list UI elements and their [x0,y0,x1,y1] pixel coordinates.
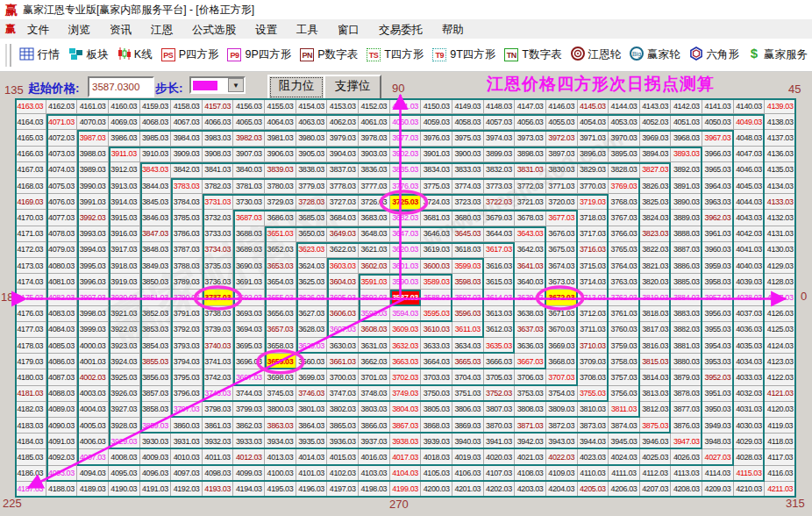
grid-cell[interactable]: 3849.03 [140,258,172,274]
grid-cell[interactable]: 3903.03 [359,147,390,162]
grid-cell[interactable]: 4186.03 [15,466,46,482]
grid-cell[interactable]: 3604.03 [327,274,359,290]
grid-cell[interactable]: 3982.03 [233,130,265,146]
grid-cell[interactable]: 4053.03 [609,114,640,130]
grid-cell[interactable]: 4116.03 [765,466,796,482]
grid-cell[interactable]: 3702.03 [390,369,422,385]
start-price-input[interactable] [88,76,154,97]
grid-cell[interactable]: 4120.03 [765,402,796,418]
grid-cell[interactable]: 3745.03 [265,386,296,402]
grid-cell[interactable]: 4008.03 [109,449,140,465]
grid-cell[interactable]: 3976.03 [421,130,452,146]
grid-cell[interactable]: 3983.03 [203,130,234,146]
grid-cell[interactable]: 3949.03 [702,418,734,434]
grid-cell[interactable]: 3615.03 [484,274,516,290]
grid-cell[interactable]: 3732.03 [203,210,234,226]
grid-cell[interactable]: 3818.03 [640,306,672,322]
grid-cell[interactable]: 4189.03 [77,482,109,498]
grid-cell[interactable]: 3997.03 [77,290,109,305]
grid-cell[interactable]: 3607.03 [327,322,359,338]
grid-cell[interactable]: 3671.03 [546,306,578,322]
grid-cell[interactable]: 4017.03 [390,449,422,465]
grid-cell[interactable]: 4110.03 [578,466,609,482]
grid-cell[interactable]: 3912.03 [109,162,140,178]
grid-cell[interactable]: 4185.03 [15,449,46,465]
grid-cell[interactable]: 3860.03 [171,418,203,434]
grid-cell[interactable]: 3935.03 [296,434,328,449]
grid-cell[interactable]: 4135.03 [765,162,796,178]
grid-cell[interactable]: 4076.03 [46,194,78,210]
grid-cell[interactable]: 3613.03 [484,306,516,322]
grid-cell[interactable]: 3827.03 [640,162,672,178]
grid-cell[interactable]: 3647.03 [390,226,422,242]
grid-cell[interactable]: 4167.03 [15,162,46,178]
grid-cell[interactable]: 4187.03 [15,482,46,498]
grid-cell[interactable]: 3616.03 [484,258,516,274]
grid-cell[interactable]: 4032.03 [734,386,766,402]
grid-cell[interactable]: 4095.03 [109,466,140,482]
grid-cell[interactable]: 3805.03 [421,402,452,418]
grid-cell[interactable]: 3820.03 [640,274,672,290]
grid-cell[interactable]: 3929.03 [109,434,140,449]
grid-cell[interactable]: 4085.03 [46,338,78,354]
grid-cell[interactable]: 3870.03 [484,418,516,434]
grid-cell[interactable]: 3589.03 [421,274,452,290]
grid-cell[interactable]: 3635.03 [484,338,516,354]
grid-cell[interactable]: 4023.03 [578,449,609,465]
grid-cell[interactable]: 3803.03 [359,402,390,418]
grid-cell[interactable]: 3686.03 [265,210,296,226]
grid-cell[interactable]: 3731.03 [203,194,234,210]
grid-cell[interactable]: 3804.03 [390,402,422,418]
grid-cell[interactable]: 3675.03 [546,242,578,258]
grid-cell[interactable]: 4081.03 [46,274,78,290]
grid-cell[interactable]: 3954.03 [702,338,734,354]
grid-cell[interactable]: 4179.03 [15,354,46,369]
grid-cell[interactable]: 3641.03 [515,258,546,274]
grid-cell[interactable]: 3704.03 [452,369,484,385]
grid-cell[interactable]: 4038.03 [734,290,766,305]
grid-cell[interactable]: 3923.03 [109,338,140,354]
grid-cell[interactable]: 4112.03 [640,466,672,482]
grid-cell[interactable]: 3953.03 [702,354,734,369]
grid-cell[interactable]: 3753.03 [515,386,546,402]
grid-cell[interactable]: 3816.03 [640,338,672,354]
grid-cell[interactable]: 3646.03 [421,226,452,242]
grid-cell[interactable]: 4126.03 [765,306,796,322]
grid-cell[interactable]: 4174.03 [15,274,46,290]
grid-cell[interactable]: 4144.03 [609,98,640,114]
grid-cell[interactable]: 4184.03 [15,434,46,449]
grid-cell[interactable]: 4042.03 [734,226,766,242]
grid-cell[interactable]: 3688.03 [233,226,265,242]
grid-cell[interactable]: 4132.03 [765,210,796,226]
grid-cell[interactable]: 4012.03 [233,449,265,465]
grid-cell[interactable]: 3974.03 [484,130,516,146]
grid-cell[interactable]: 4109.03 [546,466,578,482]
grid-cell[interactable]: 4093.03 [46,466,78,482]
grid-cell[interactable]: 3902.03 [390,147,422,162]
grid-cell[interactable]: 3829.03 [578,162,609,178]
grid-cell[interactable]: 3611.03 [452,322,484,338]
grid-cell[interactable]: 4028.03 [734,449,766,465]
grid-cell[interactable]: 3933.03 [233,434,265,449]
grid-cell[interactable]: 3769.03 [609,178,640,194]
grid-cell[interactable]: 3965.03 [702,162,734,178]
grid-cell[interactable]: 3602.03 [359,258,390,274]
menu-item-设置[interactable]: 设置 [246,22,287,38]
grid-cell[interactable]: 3711.03 [578,322,609,338]
grid-cell[interactable]: 3609.03 [390,322,422,338]
grid-cell[interactable]: 3643.03 [515,226,546,242]
toolbar-button-P数字表[interactable]: PNP数字表 [296,46,362,64]
grid-cell[interactable]: 3817.03 [640,322,672,338]
grid-cell[interactable]: 3943.03 [546,434,578,449]
grid-cell[interactable]: 3603.03 [327,258,359,274]
grid-cell[interactable]: 3666.03 [484,354,516,369]
menu-item-江恩[interactable]: 江恩 [141,22,182,38]
grid-cell[interactable]: 4118.03 [765,434,796,449]
grid-cell[interactable]: 3884.03 [671,290,702,305]
grid-cell[interactable]: 3672.03 [546,290,578,305]
grid-cell[interactable]: 4080.03 [46,258,78,274]
grid-cell[interactable]: 3940.03 [452,434,484,449]
grid-cell[interactable]: 3905.03 [296,147,328,162]
grid-cell[interactable]: 4086.03 [46,354,78,369]
grid-cell[interactable]: 3752.03 [484,386,516,402]
